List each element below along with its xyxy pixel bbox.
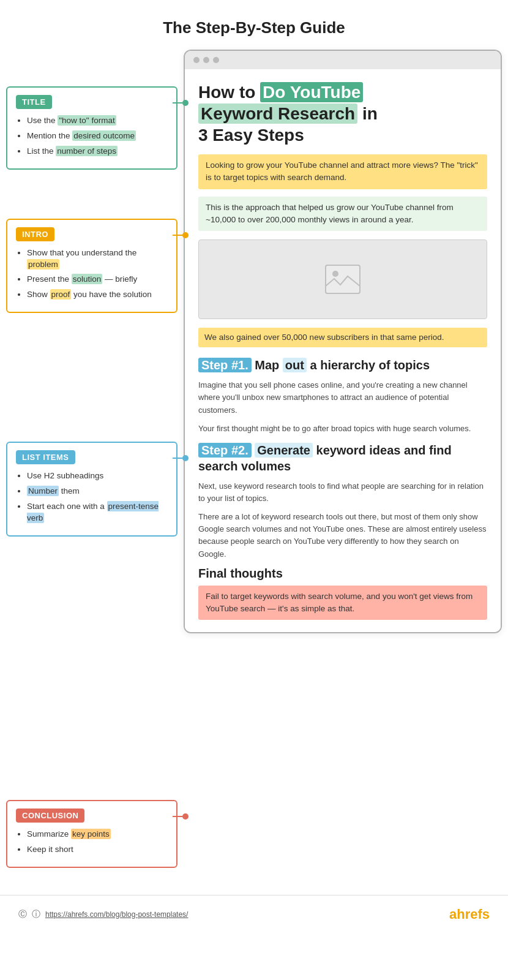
intro-tag: INTRO xyxy=(16,227,54,241)
step1-heading: Step #1. Map out a hierarchy of topics xyxy=(198,357,487,373)
conclusion-section: CONCLUSION Summarize key points Keep it … xyxy=(6,800,177,868)
final-heading: Final thoughts xyxy=(198,567,487,581)
conclusion-highlight: Fail to target keywords with search volu… xyxy=(198,586,487,620)
step1-title: Map out a hierarchy of topics xyxy=(255,358,430,372)
highlight: present-tense verb xyxy=(27,501,159,523)
list-tag: LIST ITEMS xyxy=(16,450,75,464)
step1-text2: Your first thought might be to go after … xyxy=(198,423,487,435)
list-item: Start each one with a present-tense verb xyxy=(27,501,168,524)
browser-dot-1 xyxy=(193,57,200,63)
intro-text-highlighted: This is the approach that helped us grow… xyxy=(198,197,487,232)
highlight: desired outcome xyxy=(72,130,136,141)
list-item: List the number of steps xyxy=(27,146,168,157)
browser-content: How to Do YouTube Keyword Research in 3 … xyxy=(185,69,501,632)
highlight: "how to" format xyxy=(58,115,116,126)
highlight: solution xyxy=(72,274,103,284)
list-item: Show proof you have the solution xyxy=(27,289,168,301)
browser-bar xyxy=(185,51,501,69)
list-item: Mention the desired outcome xyxy=(27,130,168,142)
highlight: key points xyxy=(71,829,111,839)
left-panel: TITLE Use the "how to" format Mention th… xyxy=(6,50,184,883)
title-text-steps: 3 Easy Steps xyxy=(198,126,304,145)
highlight: problem xyxy=(27,259,59,270)
svg-rect-0 xyxy=(326,265,360,293)
step2-heading: Step #2. Generate keyword ideas and find… xyxy=(198,442,487,474)
intro-highlight-box: Looking to grow your YouTube channel and… xyxy=(198,154,487,189)
browser-dot-2 xyxy=(203,57,209,63)
list-item: Present the solution — briefly xyxy=(27,274,168,285)
list-item: Show that you understand the problem xyxy=(27,247,168,271)
list-items-list: Use H2 subheadings Number them Start eac… xyxy=(16,470,168,524)
footer-left: Ⓒ ⓘ https://ahrefs.com/blog/blog-post-te… xyxy=(18,909,188,920)
step1-number: Step #1. xyxy=(198,358,252,372)
step2-generate-hl: Generate xyxy=(255,443,313,458)
title-hl-keyword-research: Keyword Research xyxy=(198,104,357,124)
cc-icon: Ⓒ xyxy=(18,909,27,920)
title-text-in: in xyxy=(357,104,378,123)
highlight: proof xyxy=(50,289,72,300)
svg-point-1 xyxy=(332,271,338,277)
step1-text1: Imagine that you sell phone cases online… xyxy=(198,379,487,416)
right-panel: How to Do YouTube Keyword Research in 3 … xyxy=(184,50,502,883)
step1-map-hl: out xyxy=(283,358,307,372)
browser-dot-3 xyxy=(213,57,219,63)
list-item: Use the "how to" format xyxy=(27,115,168,127)
list-item: Number them xyxy=(27,486,168,497)
gained-highlight: We also gained over 50,000 new subscribe… xyxy=(198,328,487,347)
step2-text2: There are a lot of keyword research tool… xyxy=(198,511,487,560)
intro-section: INTRO Show that you understand the probl… xyxy=(6,219,177,314)
browser-window: How to Do YouTube Keyword Research in 3 … xyxy=(184,50,502,633)
footer-url[interactable]: https://ahrefs.com/blog/blog-post-templa… xyxy=(45,910,188,919)
page-wrapper: The Step-By-Step Guide TITLE Use the "ho… xyxy=(0,0,508,933)
title-tag: TITLE xyxy=(16,95,52,109)
conclusion-tag: CONCLUSION xyxy=(16,809,84,823)
list-items-section: LIST ITEMS Use H2 subheadings Number the… xyxy=(6,442,177,537)
intro-list: Show that you understand the problem Pre… xyxy=(16,247,168,301)
footer-logo: ahrefs xyxy=(449,907,490,922)
footer: Ⓒ ⓘ https://ahrefs.com/blog/blog-post-te… xyxy=(0,895,508,933)
step2-number: Step #2. xyxy=(198,443,252,458)
info-icon: ⓘ xyxy=(32,909,40,920)
article-title: How to Do YouTube Keyword Research in 3 … xyxy=(198,81,487,146)
step2-text1: Next, use keyword research tools to find… xyxy=(198,480,487,505)
list-item: Keep it short xyxy=(27,844,168,856)
page-title: The Step-By-Step Guide xyxy=(0,0,508,50)
title-hl-do-youtube: Do YouTube xyxy=(260,82,363,102)
highlight: number of steps xyxy=(56,146,118,156)
highlight: Number xyxy=(27,486,59,496)
placeholder-image xyxy=(198,239,487,319)
title-text-how: How to xyxy=(198,83,260,102)
title-section: TITLE Use the "how to" format Mention th… xyxy=(6,86,177,170)
list-item: Summarize key points xyxy=(27,829,168,840)
conclusion-list: Summarize key points Keep it short xyxy=(16,829,168,856)
title-list: Use the "how to" format Mention the desi… xyxy=(16,115,168,157)
list-item: Use H2 subheadings xyxy=(27,470,168,482)
